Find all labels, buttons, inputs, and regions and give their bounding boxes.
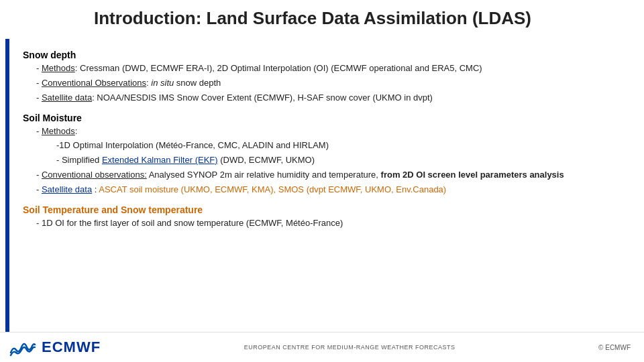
label-methods-2: Methods: [42, 126, 75, 136]
footer-center-text: EUROPEAN CENTRE FOR MEDIUM-RANGE WEATHER…: [114, 344, 585, 351]
bullet-soil-temp: - 1D OI for the first layer of soil and …: [36, 217, 624, 230]
bullet-moisture-satellite: - Satellite data : ASCAT soil moisture (…: [36, 184, 624, 196]
footer-copyright: © ECMWF: [598, 344, 631, 351]
bullet-snow-methods: - Methods: Cressman (DWD, ECMWF ERA-I), …: [36, 62, 624, 75]
label-2d-oi: from 2D OI screen level parameters analy…: [381, 170, 564, 180]
label-ekf: Extended Kalman Filter (EKF): [102, 155, 218, 165]
label-methods-1: Methods: [42, 63, 75, 73]
bullet-moisture-conventional: - Conventional observations: Analysed SY…: [36, 169, 624, 182]
in-situ-text: in situ: [151, 78, 174, 88]
section-soil-moisture: Soil Moisture - Methods: -1D Optimal Int…: [23, 109, 624, 196]
bullet-snow-satellite: - Satellite data: NOAA/NESDIS IMS Snow C…: [36, 92, 624, 105]
page-title: Introduction: Land Surface Data Assimila…: [0, 0, 644, 36]
bullet-moisture-methods: - Methods:: [36, 125, 624, 138]
section-soil-temperature: Soil Temperature and Snow temperature - …: [23, 200, 624, 230]
ecmwf-logo-text: ECMWF: [42, 339, 101, 356]
section-heading-soil-temp: Soil Temperature and Snow temperature: [23, 204, 624, 215]
content-area: Snow depth - Methods: Cressman (DWD, ECM…: [5, 39, 644, 332]
label-satellite-1: Satellite data: [42, 93, 92, 103]
section-heading-snow-depth: Snow depth: [23, 50, 624, 60]
section-snow-depth: Snow depth - Methods: Cressman (DWD, ECM…: [23, 46, 624, 105]
satellite-content: ASCAT soil moisture (UKMO, ECMWF, KMA), …: [99, 184, 446, 194]
bullet-snow-conventional: - Conventional Observations: in situ sno…: [36, 77, 624, 90]
label-conventional-obs-2: Conventional observations:: [42, 170, 147, 180]
label-satellite-2: Satellite data: [42, 184, 92, 194]
bullet-1d-oi: -1D Optimal Interpolation (Météo-France,…: [56, 139, 624, 152]
page: Introduction: Land Surface Data Assimila…: [0, 0, 644, 362]
bullet-ekf: - Simplified Extended Kalman Filter (EKF…: [56, 154, 624, 167]
footer: ECMWF EUROPEAN CENTRE FOR MEDIUM-RANGE W…: [0, 332, 644, 362]
section-heading-soil-moisture: Soil Moisture: [23, 113, 624, 123]
ecmwf-logo-waves-icon: [9, 338, 36, 357]
footer-logo: ECMWF: [9, 338, 101, 357]
label-conventional-obs-1: Conventional Observations: [42, 78, 146, 88]
